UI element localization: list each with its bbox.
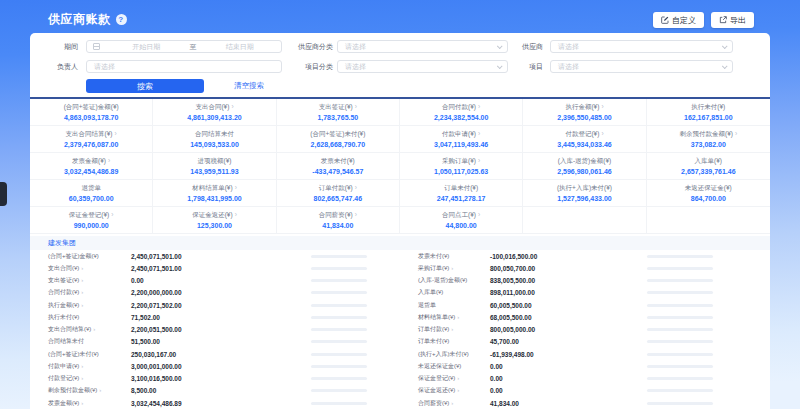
stat-value[interactable]: 3,032,454,486.89: [64, 168, 119, 175]
account-row-label[interactable]: 退货单›: [418, 301, 436, 310]
search-button[interactable]: 搜索: [86, 79, 204, 93]
stat-card: 执行未付(¥)› 162,167,851.00: [647, 99, 770, 126]
chevron-down-icon: [722, 63, 728, 69]
chevron-right-icon: ›: [93, 326, 95, 332]
stat-value[interactable]: 1,783,765.50: [317, 114, 358, 121]
account-row-label[interactable]: 支出合同(¥)›: [48, 264, 83, 273]
account-row-label[interactable]: 未返还保证金(¥)›: [418, 362, 461, 371]
stat-value[interactable]: 4,863,093,178.70: [64, 114, 119, 121]
stat-value[interactable]: 2,379,476,087.00: [64, 141, 119, 148]
export-icon: [719, 16, 727, 24]
stat-card: 付款登记(¥)› 3,445,934,033.46: [523, 126, 646, 153]
stat-label: 支出签证(¥)›: [319, 103, 357, 112]
stat-value[interactable]: 143,959,511.93: [190, 168, 238, 175]
progress-bar-track: [647, 316, 713, 319]
date-to-label: 至: [188, 42, 199, 52]
stat-label: 进项税额(¥)›: [198, 157, 232, 166]
progress-bar-track: [647, 353, 713, 356]
stat-value[interactable]: 125,300.00: [197, 222, 232, 229]
stat-value[interactable]: 1,050,117,025.63: [434, 168, 488, 175]
stat-label: 支出合同(¥)›: [195, 103, 233, 112]
account-row-label[interactable]: (入库-退货)金额(¥)›: [418, 276, 467, 285]
account-row-label[interactable]: 保证金登记(¥)›: [418, 374, 459, 383]
stat-value[interactable]: 2,628,668,790.70: [311, 141, 366, 148]
account-row-label[interactable]: 发票金额(¥)›: [48, 399, 83, 408]
owner-select[interactable]: 请选择: [86, 60, 282, 73]
stat-value[interactable]: 44,800.00: [446, 222, 477, 229]
stat-card: 未返还保证金(¥)› 864,700.00: [647, 180, 770, 207]
account-row-label[interactable]: 付款登记(¥)›: [48, 374, 83, 383]
stat-value[interactable]: 3,047,119,493.46: [434, 141, 488, 148]
customize-button[interactable]: 自定义: [653, 12, 704, 28]
export-button[interactable]: 导出: [711, 12, 754, 28]
account-row-label[interactable]: (合同+签证)金额(¥)›: [48, 252, 99, 261]
account-row-label[interactable]: 订单付款(¥)›: [418, 325, 453, 334]
group-title-link[interactable]: 建发集团: [48, 238, 76, 248]
account-row-label[interactable]: (执行+入库)未付(¥)›: [418, 350, 469, 359]
stat-value[interactable]: 60,359,700.00: [69, 195, 114, 202]
period-date-range-input[interactable]: 开始日期 至 结束日期: [86, 40, 282, 53]
stat-value[interactable]: 41,834.00: [322, 222, 353, 229]
stat-value[interactable]: 247,451,278.17: [437, 195, 486, 202]
account-row-label[interactable]: 采购订单(¥)›: [418, 264, 453, 273]
account-row-label[interactable]: 合同薪资(¥)›: [418, 399, 453, 408]
account-row: 合同薪资(¥)› 41,834.00: [400, 397, 770, 409]
account-row-label[interactable]: 执行金额(¥)›: [48, 301, 83, 310]
account-row-label[interactable]: 发票未付(¥)›: [418, 252, 449, 261]
stat-value[interactable]: 1,527,596,433.00: [557, 195, 612, 202]
account-row-label[interactable]: 合同付款(¥)›: [48, 288, 83, 297]
progress-bar-track: [311, 353, 367, 356]
progress-bar-track: [311, 328, 367, 331]
stat-card: (执行+入库)未付(¥)› 1,527,596,433.00: [523, 180, 646, 207]
stat-value[interactable]: 3,445,934,033.46: [557, 141, 612, 148]
account-row-label[interactable]: 材料结算单(¥)›: [418, 313, 459, 322]
stat-value[interactable]: 2,596,980,061.46: [557, 168, 612, 175]
project-select[interactable]: 请选择: [550, 60, 733, 73]
stat-value[interactable]: 2,396,550,485.00: [557, 114, 612, 121]
stat-value[interactable]: 1,798,431,995.00: [187, 195, 242, 202]
account-row: (合同+签证)未付(¥)› 250,030,167.00: [30, 348, 400, 360]
stat-value[interactable]: 2,234,382,554.00: [434, 114, 489, 121]
account-row: 付款申请(¥)› 3,000,001,000.00: [30, 360, 400, 372]
stat-value[interactable]: 864,700.00: [691, 195, 726, 202]
stat-value[interactable]: 4,861,309,413.20: [187, 114, 242, 121]
chevron-right-icon: ›: [231, 103, 233, 110]
chevron-right-icon: ›: [601, 103, 603, 110]
account-row-label[interactable]: 付款申请(¥)›: [48, 362, 83, 371]
account-row-label[interactable]: 合同结算未付›: [48, 337, 84, 346]
account-row: 未返还保证金(¥)› 0.00: [400, 360, 770, 372]
clear-search-link[interactable]: 清空搜索: [234, 79, 264, 93]
project-category-placeholder: 请选择: [345, 62, 366, 72]
stat-value[interactable]: 373,082.00: [691, 141, 726, 148]
stat-value[interactable]: 802,665,747.46: [313, 195, 362, 202]
account-row-label[interactable]: 入库单(¥)›: [418, 288, 443, 297]
account-row: 支出合同(¥)› 2,450,071,501.00: [30, 262, 400, 274]
stat-value[interactable]: -433,479,546.57: [312, 168, 363, 175]
supplier-select[interactable]: 请选择: [550, 40, 733, 53]
start-date-placeholder[interactable]: 开始日期: [105, 42, 188, 52]
account-row-value: 51,500.00: [131, 338, 160, 345]
account-row-label[interactable]: 保证金返还(¥)›: [418, 386, 459, 395]
account-row-label[interactable]: 订单未付(¥)›: [418, 337, 449, 346]
account-row-label[interactable]: 支出签证(¥)›: [48, 276, 83, 285]
help-icon[interactable]: ?: [116, 14, 127, 25]
stat-value[interactable]: 162,167,851.00: [684, 114, 733, 121]
stat-value[interactable]: 145,093,533.00: [190, 141, 239, 148]
stat-value[interactable]: 2,657,339,761.46: [681, 168, 736, 175]
drawer-handle[interactable]: [0, 182, 7, 206]
account-row-label[interactable]: 支出合同结算(¥)›: [48, 325, 95, 334]
account-row-label[interactable]: 执行未付(¥)›: [48, 313, 79, 322]
account-row-label[interactable]: (合同+签证)未付(¥)›: [48, 350, 99, 359]
progress-bar-track: [647, 267, 713, 270]
progress-bar-track: [311, 340, 367, 343]
account-row: 支出合同结算(¥)› 2,200,051,500.00: [30, 324, 400, 336]
account-row-value: 68,005,500.00: [490, 314, 532, 321]
account-row-label[interactable]: 剩余预付款金额(¥)›: [48, 386, 101, 395]
progress-bar-track: [647, 304, 713, 307]
period-label: 期间: [30, 40, 78, 53]
progress-bar-track: [311, 365, 367, 368]
stat-value[interactable]: 990,000.00: [74, 222, 109, 229]
chevron-right-icon: ›: [451, 400, 453, 406]
progress-bar-track: [311, 316, 367, 319]
stat-card: 订单付款(¥)› 802,665,747.46: [277, 180, 400, 207]
